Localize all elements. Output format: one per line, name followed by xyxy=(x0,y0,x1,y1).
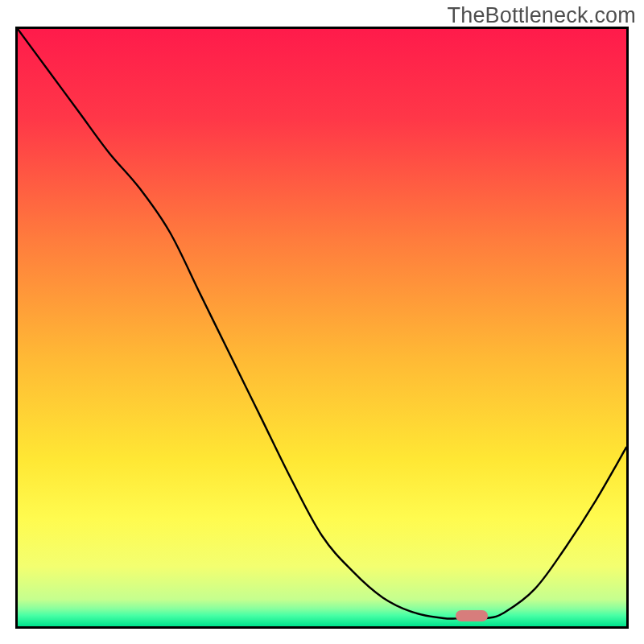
plot-area xyxy=(15,27,629,629)
watermark-text: TheBottleneck.com xyxy=(447,3,636,28)
curve-line xyxy=(18,29,626,626)
sweet-spot-marker xyxy=(456,610,488,621)
chart-container: TheBottleneck.com xyxy=(0,0,644,644)
